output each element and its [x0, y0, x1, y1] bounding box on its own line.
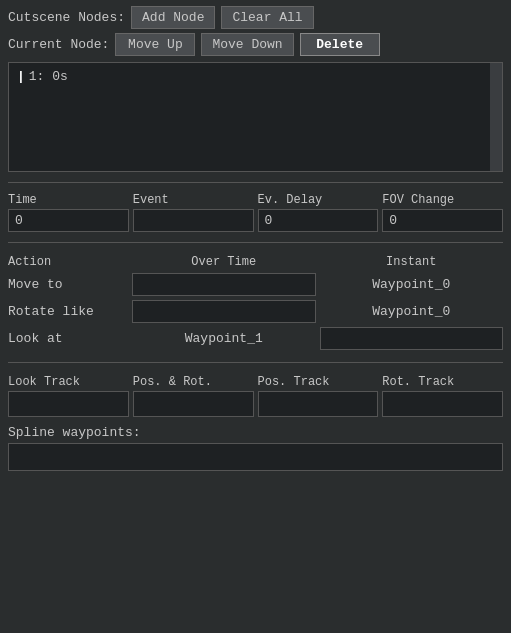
- move-to-over-time-input[interactable]: [132, 273, 316, 296]
- pos-rot-field: Pos. & Rot.: [133, 375, 254, 417]
- rotate-like-instant-value: Waypoint_0: [320, 304, 504, 319]
- time-input[interactable]: [8, 209, 129, 232]
- rot-track-input[interactable]: [382, 391, 503, 417]
- over-time-header-label: Over Time: [132, 255, 316, 269]
- clear-all-button[interactable]: Clear All: [221, 6, 313, 29]
- ev-delay-label: Ev. Delay: [258, 193, 379, 207]
- pos-rot-input[interactable]: [133, 391, 254, 417]
- move-to-label: Move to: [8, 277, 128, 292]
- list-item[interactable]: | 1: 0s: [13, 67, 498, 86]
- look-at-over-time-value: Waypoint_1: [132, 331, 316, 346]
- fov-change-field-group: FOV Change: [382, 193, 503, 232]
- add-node-button[interactable]: Add Node: [131, 6, 215, 29]
- action-header-row: Action Over Time Instant: [8, 255, 503, 269]
- move-down-button[interactable]: Move Down: [201, 33, 293, 56]
- event-input[interactable]: [133, 209, 254, 232]
- delete-button[interactable]: Delete: [300, 33, 380, 56]
- spline-label: Spline waypoints:: [8, 425, 503, 440]
- scrollbar[interactable]: [490, 63, 502, 171]
- ev-delay-field-group: Ev. Delay: [258, 193, 379, 232]
- cursor-indicator: |: [17, 69, 25, 84]
- action-row-look-at: Look at Waypoint_1: [8, 327, 503, 350]
- pos-rot-label: Pos. & Rot.: [133, 375, 254, 389]
- look-track-label: Look Track: [8, 375, 129, 389]
- look-track-field: Look Track: [8, 375, 129, 417]
- current-node-row: Current Node: Move Up Move Down Delete: [8, 33, 503, 56]
- cutscene-nodes-label: Cutscene Nodes:: [8, 10, 125, 25]
- node-label: 1: 0s: [29, 69, 68, 84]
- instant-header-label: Instant: [320, 255, 504, 269]
- track-section: Look Track Pos. & Rot. Pos. Track Rot. T…: [8, 375, 503, 417]
- pos-track-input[interactable]: [258, 391, 379, 417]
- ev-delay-input[interactable]: [258, 209, 379, 232]
- rotate-like-label: Rotate like: [8, 304, 128, 319]
- pos-track-field: Pos. Track: [258, 375, 379, 417]
- action-section: Action Over Time Instant Move to Waypoin…: [8, 255, 503, 350]
- move-to-instant-value: Waypoint_0: [320, 277, 504, 292]
- spline-section: Spline waypoints:: [8, 425, 503, 471]
- look-track-input[interactable]: [8, 391, 129, 417]
- event-label: Event: [133, 193, 254, 207]
- rotate-like-over-time-input[interactable]: [132, 300, 316, 323]
- look-at-label: Look at: [8, 331, 128, 346]
- event-field-group: Event: [133, 193, 254, 232]
- action-row-rotate-like: Rotate like Waypoint_0: [8, 300, 503, 323]
- time-field-group: Time: [8, 193, 129, 232]
- look-at-instant-input[interactable]: [320, 327, 504, 350]
- fov-change-input[interactable]: [382, 209, 503, 232]
- rot-track-label: Rot. Track: [382, 375, 503, 389]
- time-fields-grid: Time Event Ev. Delay FOV Change: [8, 193, 503, 232]
- action-header-label: Action: [8, 255, 128, 269]
- current-node-label: Current Node:: [8, 37, 109, 52]
- time-label: Time: [8, 193, 129, 207]
- divider-1: [8, 182, 503, 183]
- spline-input[interactable]: [8, 443, 503, 471]
- node-list[interactable]: | 1: 0s: [8, 62, 503, 172]
- cutscene-nodes-row: Cutscene Nodes: Add Node Clear All: [8, 6, 503, 29]
- main-panel: Cutscene Nodes: Add Node Clear All Curre…: [0, 0, 511, 633]
- divider-3: [8, 362, 503, 363]
- pos-track-label: Pos. Track: [258, 375, 379, 389]
- divider-2: [8, 242, 503, 243]
- move-up-button[interactable]: Move Up: [115, 33, 195, 56]
- fov-change-label: FOV Change: [382, 193, 503, 207]
- track-grid: Look Track Pos. & Rot. Pos. Track Rot. T…: [8, 375, 503, 417]
- rot-track-field: Rot. Track: [382, 375, 503, 417]
- action-row-move-to: Move to Waypoint_0: [8, 273, 503, 296]
